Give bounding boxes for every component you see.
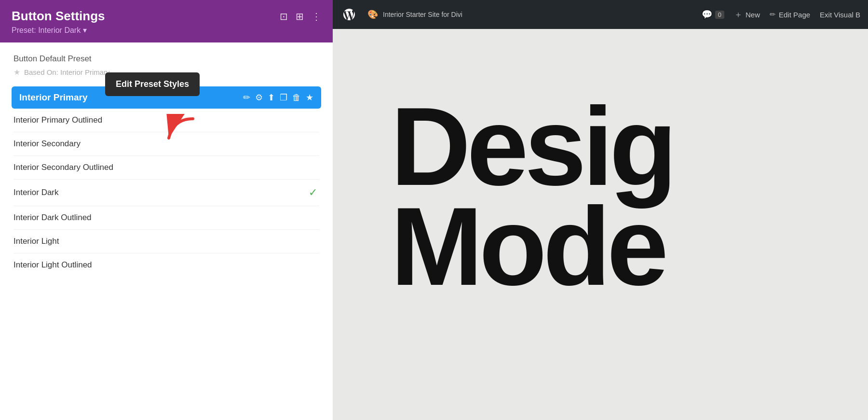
canvas-design-text: Desig Mode (391, 97, 673, 296)
preset-name-interior-primary-outlined: Interior Primary Outlined (14, 115, 319, 125)
button-default-label: Button Default Preset (14, 54, 319, 64)
star-favorite-icon[interactable]: ★ (306, 92, 313, 103)
admin-bar-site[interactable]: 🎨 Interior Starter Site for Divi (367, 9, 462, 20)
duplicate-icon[interactable]: ❐ (280, 92, 287, 103)
page-canvas: Desig Mode (333, 29, 868, 420)
right-panel: 🎨 Interior Starter Site for Divi 💬 0 ＋ N… (333, 0, 868, 420)
preset-item-interior-light[interactable]: Interior Light (14, 230, 319, 253)
panel-title: Button Settings (12, 9, 105, 24)
preset-item-interior-primary-outlined[interactable]: Interior Primary Outlined (14, 109, 319, 132)
preset-name-interior-dark: Interior Dark (14, 188, 309, 197)
edit-preset-tooltip: Edit Preset Styles (105, 72, 200, 96)
gear-settings-icon[interactable]: ⚙ (255, 92, 263, 103)
columns-icon[interactable]: ⊞ (296, 11, 304, 22)
preset-item-interior-light-outlined[interactable]: Interior Light Outlined (14, 253, 319, 277)
preset-actions: ✏ ⚙ ⬆ ❐ 🗑 ★ (243, 92, 313, 103)
preset-name-interior-secondary-outlined: Interior Secondary Outlined (14, 163, 319, 172)
preset-item-interior-secondary-outlined[interactable]: Interior Secondary Outlined (14, 156, 319, 180)
panel-preset[interactable]: Preset: Interior Dark ▾ (12, 26, 105, 35)
canvas-line2: Mode (391, 184, 665, 308)
focus-mode-icon[interactable]: ⊡ (280, 11, 288, 22)
new-label: New (746, 11, 760, 19)
based-on-star-icon: ★ (14, 68, 20, 77)
edit-page-label: Edit Page (779, 11, 810, 19)
preset-list: Interior Primary ✏ ⚙ ⬆ ❐ 🗑 ★ (14, 86, 319, 277)
preset-item-interior-dark[interactable]: Interior Dark ✓ (14, 180, 319, 206)
delete-icon[interactable]: 🗑 (292, 93, 301, 103)
panel-content: Button Default Preset ★ Based On: Interi… (0, 42, 333, 420)
pencil-edit-icon: ✏ (770, 10, 776, 19)
plus-icon: ＋ (734, 9, 743, 20)
wp-admin-bar: 🎨 Interior Starter Site for Divi 💬 0 ＋ N… (333, 0, 868, 29)
based-on-text: Based On: Interior Primary (24, 68, 110, 76)
left-panel: Button Settings Preset: Interior Dark ▾ … (0, 0, 333, 420)
preset-name-interior-light-outlined: Interior Light Outlined (14, 260, 319, 270)
comments-icon: 💬 (702, 9, 712, 20)
admin-bar-comments[interactable]: 💬 0 (702, 9, 724, 20)
admin-bar-new[interactable]: ＋ New (734, 9, 760, 20)
comments-count: 0 (715, 11, 724, 19)
preset-item-interior-dark-outlined[interactable]: Interior Dark Outlined (14, 206, 319, 230)
tooltip-text: Edit Preset Styles (116, 79, 189, 89)
admin-bar-edit-page[interactable]: ✏ Edit Page (770, 10, 810, 19)
check-icon-interior-dark: ✓ (309, 186, 317, 199)
preset-name-interior-dark-outlined: Interior Dark Outlined (14, 213, 319, 223)
exit-label: Exit Visual B (820, 11, 860, 19)
panel-header-icons: ⊡ ⊞ ⋮ (280, 11, 321, 22)
admin-bar-exit[interactable]: Exit Visual B (820, 11, 860, 19)
export-icon[interactable]: ⬆ (268, 92, 275, 103)
more-options-icon[interactable]: ⋮ (312, 11, 321, 22)
site-name: Interior Starter Site for Divi (383, 11, 462, 18)
admin-bar-right: 💬 0 ＋ New ✏ Edit Page Exit Visual B (702, 9, 860, 20)
preset-name-interior-light: Interior Light (14, 237, 319, 246)
panel-header: Button Settings Preset: Interior Dark ▾ … (0, 0, 333, 42)
edit-pencil-icon[interactable]: ✏ (243, 92, 250, 103)
preset-item-interior-secondary[interactable]: Interior Secondary (14, 132, 319, 156)
wordpress-logo[interactable] (340, 6, 358, 23)
preset-name-interior-secondary: Interior Secondary (14, 139, 319, 149)
palette-icon: 🎨 (367, 9, 378, 20)
